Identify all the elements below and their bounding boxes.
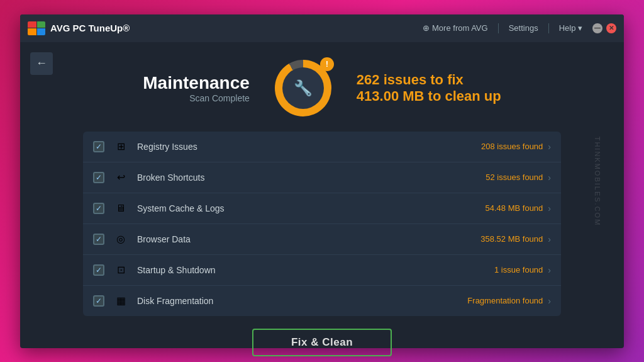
logo-orange [28, 28, 36, 35]
main-content: ← Maintenance Scan Complete 🔧 ! 262 issu… [20, 42, 624, 363]
check-icon: ✓ [96, 142, 102, 151]
scan-complete-label: Scan Complete [143, 93, 250, 103]
scan-item-status: 54.48 MB found [486, 203, 543, 213]
scan-item-name: System Cache & Logs [137, 203, 486, 213]
nav-links: ⊕ More from AVG Settings Help ▾ [423, 23, 582, 33]
scan-item-name: Broken Shortcuts [137, 173, 486, 183]
wrench-icon-container: 🔧 [282, 67, 324, 109]
mb-suffix: to clean up [424, 88, 501, 104]
scan-item-icon: 🖥 [112, 200, 130, 217]
chevron-right-icon[interactable]: › [548, 234, 551, 244]
check-icon: ✓ [96, 204, 102, 213]
avg-logo-icon [28, 21, 45, 35]
wrench-icon: 🔧 [294, 79, 313, 97]
nav-divider-2 [548, 23, 549, 33]
scan-item-icon: ▦ [112, 292, 130, 310]
nav-divider-1 [498, 23, 499, 33]
scan-item-status: 1 issue found [494, 265, 543, 274]
alert-badge: ! [320, 57, 334, 71]
scan-item-icon: ⊞ [112, 138, 130, 156]
issues-count: 262 issues [357, 72, 426, 88]
scan-item-name: Browser Data [137, 234, 480, 244]
scan-list-item[interactable]: ✓ ↩ Broken Shortcuts 52 issues found › [83, 162, 561, 193]
chevron-right-icon[interactable]: › [548, 142, 551, 152]
scan-list-item[interactable]: ✓ ⊞ Registry Issues 208 issues found › [83, 132, 561, 162]
scan-list-item[interactable]: ✓ 🖥 System Cache & Logs 54.48 MB found › [83, 193, 561, 224]
scan-item-status: 358.52 MB found [480, 234, 543, 244]
scan-checkbox[interactable]: ✓ [93, 203, 104, 214]
mb-stat: 413.00 MB to clean up [357, 88, 501, 105]
scan-list-item[interactable]: ✓ ◎ Browser Data 358.52 MB found › [83, 224, 561, 255]
issues-stat: 262 issues to fix [357, 72, 501, 88]
scan-checkbox[interactable]: ✓ [93, 141, 104, 152]
mb-count: 413.00 MB [357, 88, 425, 104]
maintenance-heading: Maintenance [143, 73, 250, 93]
scan-checkbox[interactable]: ✓ [93, 264, 104, 276]
scan-checkbox[interactable]: ✓ [93, 172, 104, 183]
check-icon: ✓ [96, 235, 102, 244]
close-button[interactable]: ✕ [606, 23, 616, 33]
settings-link[interactable]: Settings [509, 23, 538, 33]
status-circle: 🔧 ! [275, 60, 331, 116]
scan-list-item[interactable]: ✓ ⊡ Startup & Shutdown 1 issue found › [83, 255, 561, 286]
check-icon: ✓ [96, 297, 102, 305]
scan-item-status: 208 issues found [481, 142, 543, 151]
check-icon: ✓ [96, 266, 102, 274]
fix-clean-button[interactable]: Fix & Clean [252, 329, 392, 356]
logo-red [28, 21, 36, 28]
logo-area: AVG PC TuneUp® [28, 21, 423, 35]
help-link[interactable]: Help ▾ [559, 23, 582, 33]
scan-item-status: Fragmentation found [467, 296, 543, 305]
chevron-right-icon[interactable]: › [548, 173, 551, 183]
scan-list-item[interactable]: ✓ ▦ Disk Fragmentation Fragmentation fou… [83, 286, 561, 316]
chevron-right-icon[interactable]: › [548, 265, 551, 275]
hero-title: Maintenance Scan Complete [143, 73, 250, 103]
back-button[interactable]: ← [30, 52, 53, 75]
scan-item-name: Registry Issues [137, 142, 481, 152]
scan-item-status: 52 issues found [486, 173, 543, 182]
stats-summary: 262 issues to fix 413.00 MB to clean up [357, 72, 501, 105]
watermark: THINKMOBILES.COM [594, 136, 602, 226]
check-icon: ✓ [96, 173, 102, 182]
scan-checkbox[interactable]: ✓ [93, 295, 104, 307]
title-bar: AVG PC TuneUp® ⊕ More from AVG Settings … [20, 14, 624, 42]
app-window: AVG PC TuneUp® ⊕ More from AVG Settings … [20, 14, 624, 348]
hero-section: Maintenance Scan Complete 🔧 ! 262 issues… [143, 60, 501, 116]
scan-results-list: ✓ ⊞ Registry Issues 208 issues found › ✓… [83, 132, 561, 316]
scan-item-icon: ↩ [112, 169, 130, 186]
issues-suffix: to fix [426, 72, 464, 88]
scan-item-icon: ⊡ [112, 261, 130, 279]
minimize-button[interactable]: — [592, 23, 602, 33]
scan-item-name: Startup & Shutdown [137, 265, 494, 275]
more-from-avg-link[interactable]: ⊕ More from AVG [423, 23, 487, 33]
scan-checkbox[interactable]: ✓ [93, 234, 104, 245]
window-controls: — ✕ [592, 23, 616, 33]
logo-blue [37, 28, 46, 35]
chevron-right-icon[interactable]: › [548, 203, 551, 213]
actions-area: Fix & Clean Cancel [252, 329, 392, 363]
chevron-right-icon[interactable]: › [548, 296, 551, 306]
scan-item-icon: ◎ [112, 230, 130, 248]
logo-green [37, 21, 46, 28]
app-title: AVG PC TuneUp® [50, 23, 130, 33]
scan-item-name: Disk Fragmentation [137, 296, 467, 306]
